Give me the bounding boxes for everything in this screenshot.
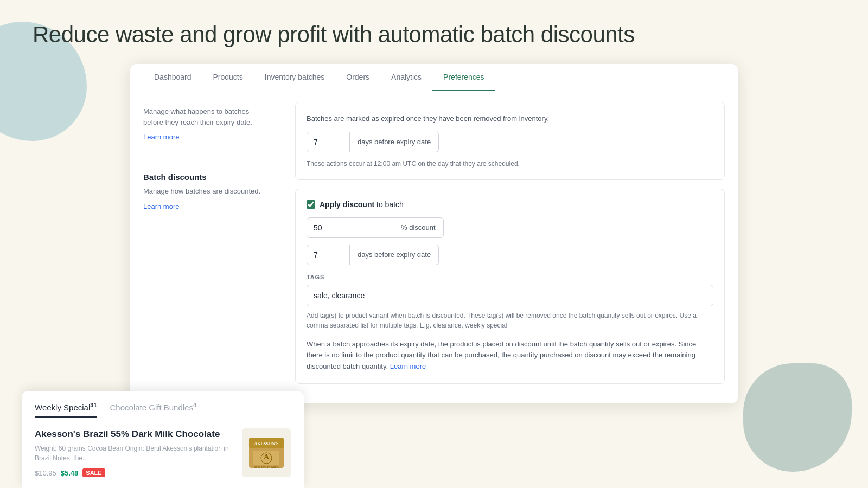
expiry-days-suffix: days before expiry date [350, 132, 439, 152]
svg-text:A: A [264, 453, 270, 461]
tab-inventory-batches[interactable]: Inventory batches [254, 64, 336, 91]
product-image-svg: AKESSON'S A 55% DARK MILK [245, 431, 288, 474]
expiry-days-input[interactable] [307, 132, 350, 152]
tags-label: TAGS [307, 274, 713, 280]
tab-dashboard[interactable]: Dashboard [143, 64, 202, 91]
discount-percent-input[interactable] [307, 217, 393, 238]
tab-orders[interactable]: Orders [335, 64, 380, 91]
info-text-content: When a batch approaches its expiry date,… [307, 340, 696, 371]
batch-discounts-description: Manage how batches are discounted. [143, 186, 269, 197]
app-window: Dashboard Products Inventory batches Ord… [130, 64, 738, 403]
weekly-special-count: 31 [90, 402, 97, 408]
product-info: Akesson's Brazil 55% Dark Milk Chocolate… [35, 428, 233, 477]
batch-discounts-title: Batch discounts [143, 172, 269, 182]
tab-analytics[interactable]: Analytics [380, 64, 432, 91]
discount-days-input[interactable] [307, 245, 350, 265]
expiry-learn-more[interactable]: Learn more [143, 133, 179, 141]
chocolate-bundles-label: Chocolate Gift Bundles [110, 403, 193, 412]
nav-tabs: Dashboard Products Inventory batches Ord… [130, 64, 738, 91]
price-original: $10.95 [35, 469, 56, 477]
batch-discounts-learn-more[interactable]: Learn more [143, 202, 179, 210]
batch-discount-card: Apply discount to batch % discount days … [295, 189, 725, 384]
tags-section: TAGS Add tag(s) to product variant when … [307, 274, 713, 330]
discount-days-row: days before expiry date [307, 245, 713, 265]
product-card: Weekly Special31 Chocolate Gift Bundles4… [22, 391, 304, 488]
svg-text:AKESSON'S: AKESSON'S [254, 441, 279, 446]
product-name: Akesson's Brazil 55% Dark Milk Chocolate [35, 428, 233, 440]
product-item: Akesson's Brazil 55% Dark Milk Chocolate… [35, 428, 291, 477]
content-area: Manage what happens to batches before th… [130, 91, 738, 403]
section-divider [143, 157, 269, 157]
apply-discount-rest: to batch [374, 200, 404, 209]
tags-description: Add tag(s) to product variant when batch… [307, 311, 713, 330]
expiry-description: Manage what happens to batches before th… [143, 106, 269, 127]
product-tabs: Weekly Special31 Chocolate Gift Bundles4 [35, 402, 291, 418]
tab-weekly-special[interactable]: Weekly Special31 [35, 402, 97, 418]
left-panel: Manage what happens to batches before th… [130, 91, 282, 403]
product-image: AKESSON'S A 55% DARK MILK [242, 428, 291, 477]
discount-days-suffix: days before expiry date [350, 245, 439, 265]
tab-products[interactable]: Products [202, 64, 254, 91]
batch-discount-info: When a batch approaches its expiry date,… [307, 339, 713, 373]
tab-chocolate-gift-bundles[interactable]: Chocolate Gift Bundles4 [110, 402, 197, 418]
apply-discount-bold: Apply discount [320, 200, 374, 209]
weekly-special-label: Weekly Special [35, 403, 90, 412]
expiry-section: Manage what happens to batches before th… [143, 106, 269, 142]
discount-percent-row: % discount [307, 217, 713, 238]
expiry-card: Batches are marked as expired once they … [295, 102, 725, 180]
tags-input[interactable] [307, 285, 713, 306]
right-panel: Batches are marked as expired once they … [282, 91, 738, 403]
info-learn-more[interactable]: Learn more [390, 362, 426, 370]
svg-text:55% DARK MILK: 55% DARK MILK [254, 465, 279, 468]
expiry-card-description: Batches are marked as expired once they … [307, 113, 713, 124]
expiry-footnote: These actions occur at 12:00 am UTC on t… [307, 159, 713, 169]
apply-discount-label: Apply discount to batch [320, 200, 404, 209]
sale-badge: SALE [82, 468, 105, 477]
expiry-input-row: days before expiry date [307, 132, 713, 152]
discount-percent-suffix: % discount [393, 217, 444, 238]
product-pricing: $10.95 $5.48 SALE [35, 468, 233, 477]
apply-discount-checkbox[interactable] [307, 200, 315, 209]
batch-discounts-section: Batch discounts Manage how batches are d… [143, 172, 269, 211]
apply-discount-row: Apply discount to batch [307, 200, 713, 209]
product-description: Weight: 60 grams Cocoa Bean Origin: Bert… [35, 444, 233, 463]
chocolate-bundles-count: 4 [193, 402, 196, 408]
tab-preferences[interactable]: Preferences [432, 64, 495, 91]
page-title: Reduce waste and grow profit with automa… [33, 22, 835, 48]
price-sale: $5.48 [61, 469, 79, 477]
